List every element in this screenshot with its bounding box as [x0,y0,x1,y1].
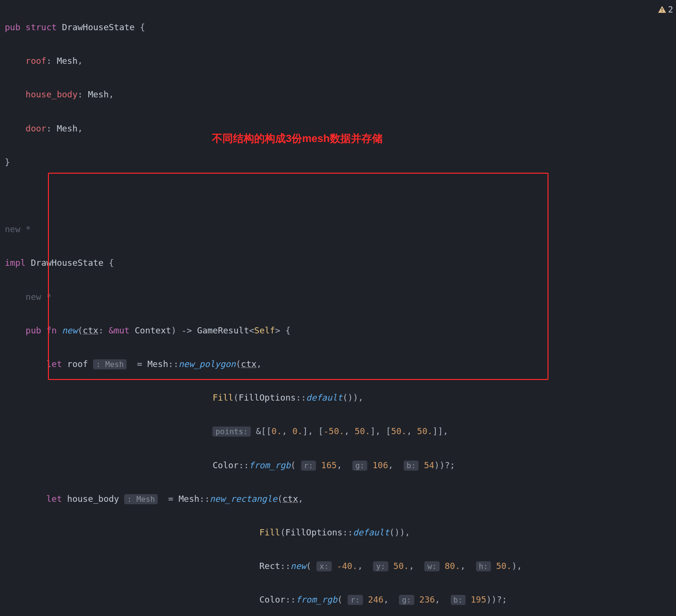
code-line: } [5,154,671,170]
code-line: points: &[[0., 0.], [-50., 50.], [50., 5… [5,423,671,439]
code-line: house_body: Mesh, [5,86,671,103]
code-line: let roof : Mesh = Mesh::new_polygon(ctx, [5,355,671,372]
code-line: Fill(FillOptions::default()), [5,389,671,406]
param-hint: b: [451,595,466,605]
code-line [5,187,671,204]
type-hint: : Mesh [124,494,158,504]
param-hint: b: [404,461,419,471]
code-line: impl DrawHouseState { [5,254,671,271]
param-hint: g: [352,461,367,471]
param-hint: x: [316,561,331,571]
param-hint: points: [212,426,250,437]
param-hint: r: [348,595,362,605]
code-line: pub fn new(ctx: &mut Context) -> GameRes… [5,322,671,339]
code-hint: new * [5,221,671,237]
code-line: roof: Mesh, [5,52,671,69]
param-hint: w: [424,561,439,571]
code-line: Rect::new( x: -40., y: 50., w: 80., h: 5… [5,557,671,574]
param-hint: y: [373,561,388,571]
code-line: Color::from_rgb( r: 246, g: 236, b: 195)… [5,591,671,608]
code-line: pub struct DrawHouseState { [5,19,671,36]
code-line: let house_body : Mesh = Mesh::new_rectan… [5,490,671,507]
param-hint: g: [399,595,414,605]
code-editor[interactable]: pub struct DrawHouseState { roof: Mesh, … [0,0,676,616]
code-line: Color::from_rgb( r: 165, g: 106, b: 54))… [5,457,671,474]
param-hint: h: [476,561,491,571]
type-hint: : Mesh [93,359,127,369]
param-hint: r: [301,461,316,471]
code-hint: new * [5,288,671,305]
code-line: Fill(FillOptions::default()), [5,524,671,541]
annotation-text: 不同结构的构成3份mesh数据并存储 [212,129,383,149]
